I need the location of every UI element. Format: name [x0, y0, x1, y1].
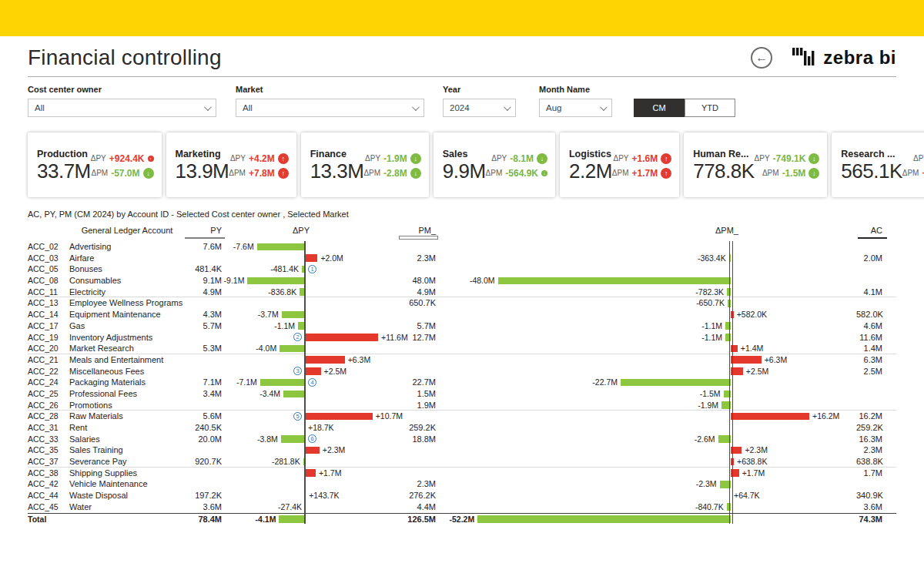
table-row[interactable]: ACC_44Waste Disposal197.2K+143.7K276.2K+… [28, 490, 896, 501]
comment-marker[interactable]: 4 [308, 378, 316, 387]
table-row[interactable]: ACC_11Electricity4.9M-836.8K4.9M-782.3K4… [28, 287, 896, 298]
table-row[interactable]: ACC_24Packaging Materials7.1M-7.1M422.7M… [28, 377, 896, 388]
arrow-down-circle-icon: ↓ [410, 168, 421, 179]
kpi-card[interactable]: Research ...565.1KΔPY+29.2K↑ΔPM+167.7K↑ [832, 132, 924, 197]
dropdown-year[interactable]: 2024 [443, 99, 516, 117]
pm-value: 2.3M [397, 253, 442, 264]
variance-bar-label: -650.7K [696, 297, 725, 309]
comment-marker[interactable]: 3 [293, 367, 302, 375]
kpi-card[interactable]: Human Re...778.8KΔPY-749.1K↓ΔPM-1.5M↓ [684, 132, 827, 197]
account-name: Salaries [69, 434, 185, 445]
table-row[interactable]: ACC_22Miscellaneous Fees+2.5M3+2.5M2.5M [28, 366, 896, 377]
table-row[interactable]: ACC_13Employee Wellness Programs650.7K-6… [28, 297, 896, 309]
account-id: Total [28, 514, 69, 525]
table-row[interactable]: ACC_17Gas5.7M-1.1M5.7M-1.1M4.6M [28, 320, 896, 332]
variance-bar-negative-red[interactable] [731, 356, 762, 364]
top-accent-bar [0, 0, 924, 36]
variance-bar-favorable-green[interactable] [498, 277, 731, 285]
kpi-card-title: Marketing [176, 149, 229, 159]
account-name: Meals and Entertainment [69, 354, 185, 366]
comment-marker[interactable]: 6 [308, 434, 316, 443]
table-total-row[interactable]: Total78.4M-4.1M126.5M-52.2M74.3M [28, 513, 896, 525]
arrow-down-circle-icon: ↓ [808, 153, 819, 164]
table-row[interactable]: ACC_20Market Research5.3M-4.0M+1.4M1.4M [28, 343, 896, 354]
variance-bar-favorable-green[interactable] [477, 515, 731, 523]
toggle-cm-button[interactable]: CM [634, 99, 685, 117]
ac-value: 16.3M [856, 434, 896, 445]
variance-bar-favorable-green[interactable] [621, 379, 731, 387]
kpi-card[interactable]: Production33.7MΔPY+924.4K↑ΔPM-57.0M↓ [28, 132, 162, 197]
table-row[interactable]: ACC_42Vehicle Maintenance2.3M-2.3M [28, 478, 896, 490]
table-row[interactable]: ACC_21Meals and Entertainment+6.3M+6.3M6… [28, 354, 896, 366]
ac-value [856, 377, 896, 388]
variance-bar-favorable-green[interactable] [247, 277, 305, 285]
table-row[interactable]: ACC_05Bonuses481.4K-481.4K1 [28, 263, 896, 275]
variance-bar-favorable-green[interactable] [260, 379, 305, 387]
py-value: 9.1M [185, 275, 226, 287]
pm-value [397, 456, 442, 467]
table-row[interactable]: ACC_38Shipping Supplies+1.7M+1.7M1.7M [28, 468, 896, 479]
dropdown-cost-center-owner[interactable]: All [28, 99, 216, 117]
variance-chart-cell: -1.1M [226, 320, 397, 332]
kpi-delta-label: ΔPM [229, 169, 246, 177]
comment-marker[interactable]: 1 [308, 265, 316, 273]
variance-bar-label: +1.7M [319, 468, 341, 479]
dropdown-market[interactable]: All [236, 99, 424, 117]
variance-bar-negative-red[interactable] [305, 334, 378, 341]
account-id: ACC_08 [28, 275, 69, 287]
arrow-up-circle-icon: ↑ [148, 156, 154, 162]
variance-bar-label: -782.3K [695, 287, 724, 298]
variance-bar-negative-red[interactable] [305, 254, 317, 262]
toggle-ytd-button[interactable]: YTD [685, 99, 735, 117]
table-row[interactable]: ACC_25Professional Fees3.4M-3.4M1.5M-1.5… [28, 388, 896, 400]
kpi-card-value: 13.9M [176, 159, 229, 183]
table-row[interactable]: ACC_03Airfare+2.0M2.3M-363.4K2.0M [28, 253, 896, 264]
table-row[interactable]: ACC_02Advertising7.6M-7.6M [28, 241, 896, 253]
variance-bar-favorable-green[interactable] [281, 435, 305, 443]
kpi-card[interactable]: Logistics2.2MΔPY+1.6M↑ΔPM+1.7M↑ [560, 132, 679, 197]
pm-value: 126.5M [397, 514, 442, 525]
dropdown-month-name[interactable]: Aug [539, 99, 612, 117]
kpi-card[interactable]: Sales9.9MΔPY-8.1M↓ΔPM-564.9K↓ [434, 132, 555, 197]
variance-bar-negative-red[interactable] [305, 367, 321, 375]
kpi-delta-row: ΔPY-1.9M↓ [363, 153, 420, 164]
variance-bar-negative-red[interactable] [305, 413, 373, 421]
variance-bar-negative-red[interactable] [305, 447, 320, 454]
account-id: ACC_19 [28, 332, 69, 344]
variance-bar-favorable-green[interactable] [282, 311, 305, 319]
kpi-card[interactable]: Finance13.3MΔPY-1.9M↓ΔPM-2.8M↓ [301, 132, 429, 197]
table-row[interactable]: ACC_31Rent240.5K+18.7K259.2K259.2K [28, 422, 896, 434]
table-row[interactable]: ACC_26Promotions1.9M-1.9M [28, 400, 896, 411]
variance-chart-cell: -3.7M [226, 309, 397, 320]
table-row[interactable]: ACC_08Consumables9.1M-9.1M48.0M-48.0M [28, 275, 896, 287]
arrow-up-circle-icon: ↑ [278, 153, 289, 164]
variance-bar-favorable-green[interactable] [280, 345, 305, 353]
table-row[interactable]: ACC_28Raw Materials5.6M+10.7M5+16.2M16.2… [28, 411, 896, 422]
table-row[interactable]: ACC_35Sales Training+2.3M+2.3M2.3M [28, 444, 896, 456]
variance-bar-negative-red[interactable] [731, 413, 809, 421]
comment-marker[interactable]: 2 [293, 333, 302, 341]
table-row[interactable]: ACC_14Equipment Maintenance4.3M-3.7M+582… [28, 309, 896, 320]
variance-bar-negative-red[interactable] [305, 469, 316, 477]
variance-chart-cell: +2.3M [442, 444, 856, 456]
table-row[interactable]: ACC_19Inventory Adjustments+11.6M212.7M-… [28, 332, 896, 344]
variance-bar-label: -3.7M [258, 309, 279, 320]
variance-bar-negative-red[interactable] [305, 356, 345, 364]
account-name: Bonuses [69, 263, 185, 275]
table-row[interactable]: ACC_33Salaries20.0M-3.8M618.8M-2.6M16.3M [28, 434, 896, 445]
variance-bar-label: -4.0M [256, 343, 276, 354]
table-row[interactable]: ACC_37Severance Pay920.7K-281.8K+638.8K6… [28, 456, 896, 468]
account-name: Vehicle Maintenance [69, 478, 185, 490]
table-row[interactable]: ACC_45Water3.6M-27.4K4.4M-840.7K3.6M [28, 501, 896, 513]
pm-value [397, 366, 442, 377]
kpi-delta-row: ΔPY+4.2M↑ [229, 153, 288, 164]
variance-bar-favorable-green[interactable] [283, 391, 305, 398]
arrow-down-circle-icon: ↓ [541, 170, 547, 176]
kpi-card[interactable]: Marketing13.9MΔPY+4.2M↑ΔPM+7.8M↑ [166, 132, 296, 197]
variance-bar-favorable-green[interactable] [279, 515, 305, 523]
back-button[interactable]: ← [751, 47, 772, 69]
filter-label-month-name: Month Name [539, 85, 612, 94]
pm-value: 5.7M [397, 320, 442, 332]
comment-marker[interactable]: 5 [293, 412, 302, 421]
variance-bar-favorable-green[interactable] [257, 243, 305, 251]
